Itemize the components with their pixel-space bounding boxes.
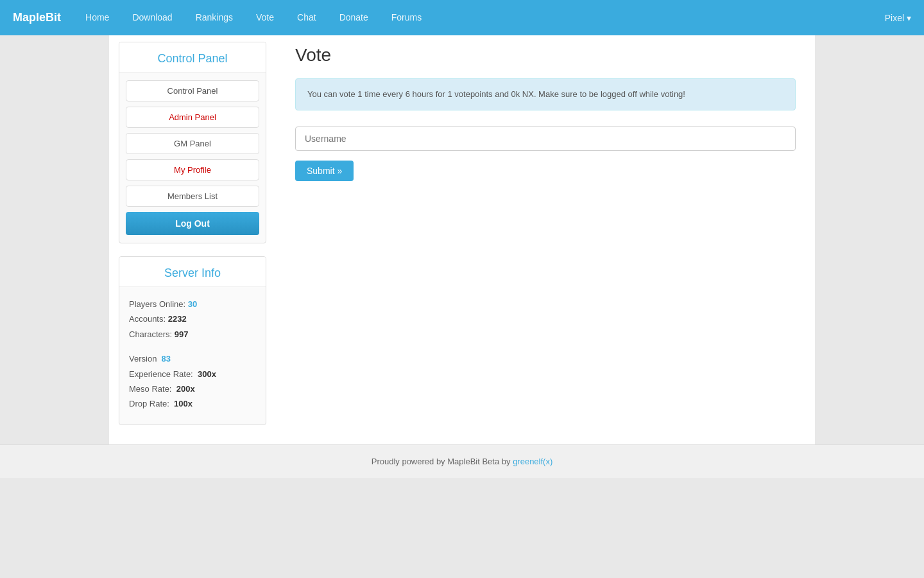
- players-online-row: Players Online: 30: [129, 297, 256, 311]
- nav-item-forums[interactable]: Forums: [380, 0, 433, 35]
- version-row: Version 83: [129, 351, 256, 366]
- admin-panel-button[interactable]: Admin Panel: [126, 107, 259, 128]
- navbar-brand[interactable]: MapleBit: [13, 11, 61, 24]
- players-online-label: Players Online:: [129, 299, 185, 309]
- nav-item-donate[interactable]: Donate: [328, 0, 380, 35]
- nav-item-vote[interactable]: Vote: [244, 0, 286, 35]
- footer-text: Proudly powered by MapleBit Beta by: [372, 457, 513, 466]
- navbar-nav: Home Download Rankings Vote Chat Donate …: [74, 0, 885, 35]
- nav-link-download[interactable]: Download: [121, 0, 184, 35]
- nav-link-vote[interactable]: Vote: [244, 0, 286, 35]
- control-panel-title: Control Panel: [119, 42, 266, 73]
- meso-rate-label: Meso Rate:: [129, 384, 171, 394]
- sidebar-nav: Control Panel Admin Panel GM Panel My Pr…: [119, 73, 266, 243]
- page-title: Vote: [295, 45, 796, 66]
- members-list-button[interactable]: Members List: [126, 186, 259, 207]
- submit-button[interactable]: Submit »: [295, 161, 354, 181]
- nav-link-forums[interactable]: Forums: [380, 0, 433, 35]
- logout-button[interactable]: Log Out: [126, 212, 259, 235]
- server-info-body: Players Online: 30 Accounts: 2232 Charac…: [119, 287, 266, 425]
- nav-item-rankings[interactable]: Rankings: [184, 0, 244, 35]
- exp-rate-label: Experience Rate:: [129, 369, 193, 379]
- navbar: MapleBit Home Download Rankings Vote Cha…: [0, 0, 924, 35]
- nav-link-home[interactable]: Home: [74, 0, 121, 35]
- control-panel-panel: Control Panel Control Panel Admin Panel …: [119, 42, 266, 243]
- server-info-panel: Server Info Players Online: 30 Accounts:…: [119, 256, 266, 425]
- exp-rate-value: 300x: [198, 369, 216, 379]
- accounts-row: Accounts: 2232: [129, 311, 256, 326]
- nav-link-chat[interactable]: Chat: [286, 0, 328, 35]
- nav-link-rankings[interactable]: Rankings: [184, 0, 244, 35]
- drop-rate-label: Drop Rate:: [129, 399, 169, 408]
- characters-label: Characters:: [129, 329, 172, 339]
- characters-row: Characters: 997: [129, 327, 256, 342]
- my-profile-button[interactable]: My Profile: [126, 159, 259, 180]
- nav-item-home[interactable]: Home: [74, 0, 121, 35]
- content-area: Control Panel Control Panel Admin Panel …: [109, 35, 815, 444]
- meso-rate-row: Meso Rate: 200x: [129, 381, 256, 396]
- nav-item-download[interactable]: Download: [121, 0, 184, 35]
- drop-rate-value: 100x: [174, 399, 193, 408]
- accounts-value: 2232: [168, 314, 187, 324]
- outer-wrapper: Control Panel Control Panel Admin Panel …: [109, 35, 815, 444]
- players-online-value: 30: [188, 299, 197, 309]
- accounts-label: Accounts:: [129, 314, 166, 324]
- control-panel-button[interactable]: Control Panel: [126, 80, 259, 101]
- sidebar: Control Panel Control Panel Admin Panel …: [109, 42, 276, 438]
- nav-link-donate[interactable]: Donate: [328, 0, 380, 35]
- drop-rate-row: Drop Rate: 100x: [129, 396, 256, 411]
- footer: Proudly powered by MapleBit Beta by gree…: [0, 444, 924, 478]
- vote-info-box: You can vote 1 time every 6 hours for 1 …: [295, 78, 796, 110]
- username-input[interactable]: [295, 127, 796, 151]
- main-content: Vote You can vote 1 time every 6 hours f…: [276, 42, 815, 438]
- footer-link[interactable]: greenelf(x): [513, 457, 552, 466]
- vote-form: Submit »: [295, 127, 796, 181]
- server-info-title: Server Info: [119, 257, 266, 287]
- version-label: Version: [129, 354, 157, 363]
- server-info-divider: [129, 342, 256, 351]
- navbar-user[interactable]: Pixel: [885, 13, 911, 23]
- nav-item-chat[interactable]: Chat: [286, 0, 328, 35]
- meso-rate-value: 200x: [176, 384, 195, 394]
- exp-rate-row: Experience Rate: 300x: [129, 367, 256, 381]
- characters-value: 997: [175, 329, 189, 339]
- version-value: 83: [162, 354, 171, 363]
- gm-panel-button[interactable]: GM Panel: [126, 133, 259, 154]
